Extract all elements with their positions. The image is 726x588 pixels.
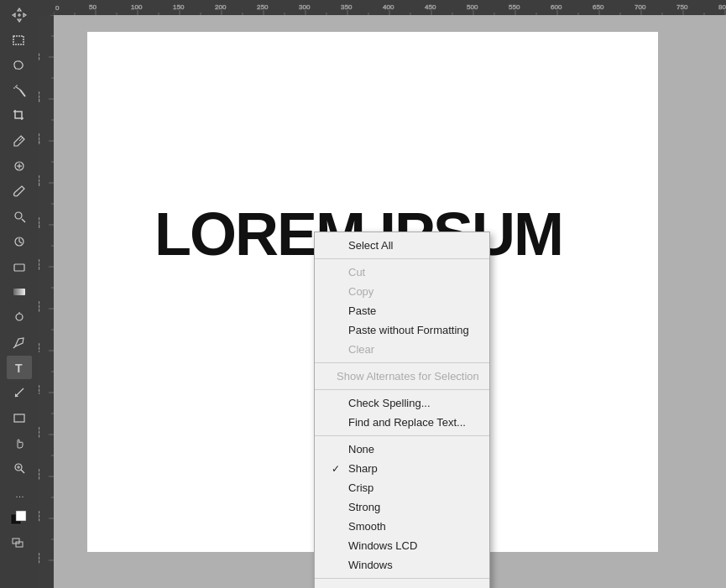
- menu-item-find-replace[interactable]: Find and Replace Text...: [315, 413, 489, 432]
- svg-line-2: [15, 86, 20, 90]
- select-rect-tool[interactable]: [7, 29, 32, 52]
- eyedropper-tool[interactable]: [7, 129, 32, 153]
- main-area: 0 50 100 150 200 250 300 350 400 450 500…: [39, 0, 726, 588]
- svg-line-20: [21, 470, 24, 473]
- heal-tool[interactable]: [7, 154, 32, 178]
- svg-text:650: 650: [593, 3, 604, 11]
- svg-text:700: 700: [635, 3, 646, 11]
- menu-separator-1: [315, 258, 489, 259]
- svg-point-13: [16, 314, 23, 320]
- svg-text:500: 500: [467, 3, 478, 11]
- menu-item-strong[interactable]: Strong: [315, 497, 489, 517]
- svg-text:450: 450: [425, 3, 436, 11]
- context-menu: Select All Cut Copy Paste Paste without …: [314, 232, 490, 588]
- move-tool[interactable]: [7, 3, 32, 27]
- crop-tool[interactable]: [7, 104, 32, 127]
- menu-item-crisp[interactable]: Crisp: [315, 478, 489, 497]
- menu-separator-4: [315, 435, 489, 436]
- svg-rect-25: [16, 511, 26, 521]
- menu-item-paste-no-format[interactable]: Paste without Formatting: [315, 320, 489, 340]
- svg-text:150: 150: [173, 3, 185, 11]
- svg-text:650: 650: [39, 552, 41, 564]
- svg-line-1: [20, 90, 25, 96]
- svg-text:500: 500: [39, 426, 41, 438]
- zoom-tool[interactable]: [7, 456, 32, 480]
- svg-text:250: 250: [257, 3, 269, 11]
- svg-text:800: 800: [718, 3, 726, 11]
- svg-rect-12: [13, 289, 25, 295]
- svg-text:250: 250: [39, 216, 41, 228]
- gradient-tool[interactable]: [7, 280, 32, 304]
- svg-text:350: 350: [39, 300, 41, 312]
- svg-text:600: 600: [39, 510, 41, 522]
- menu-item-show-alternates: Show Alternates for Selection: [315, 367, 489, 386]
- svg-rect-0: [13, 36, 24, 44]
- extra-tool[interactable]: …: [7, 481, 32, 505]
- checkmark-sharp: ✓: [332, 463, 343, 475]
- svg-text:450: 450: [39, 384, 41, 396]
- pen-tool[interactable]: [7, 330, 32, 354]
- menu-item-windows[interactable]: Windows: [315, 555, 489, 575]
- menu-item-clear: Clear: [315, 340, 489, 359]
- svg-text:200: 200: [39, 174, 41, 186]
- ruler-horizontal: 0 50 100 150 200 250 300 350 400 450 500…: [54, 0, 726, 15]
- svg-text:200: 200: [215, 3, 227, 11]
- svg-line-5: [19, 138, 23, 141]
- shape-tool[interactable]: [7, 406, 32, 429]
- menu-separator-2: [315, 362, 489, 363]
- menu-item-none[interactable]: None: [315, 440, 489, 459]
- menu-item-cut: Cut: [315, 263, 489, 282]
- brush-tool[interactable]: [7, 180, 32, 203]
- wand-tool[interactable]: [7, 79, 32, 102]
- menu-item-faux-bold[interactable]: Faux Bold: [315, 582, 489, 588]
- ruler-v-svg: 50 100 150 200 250 300 350 400 450 500 5…: [39, 15, 54, 588]
- menu-item-sharp[interactable]: ✓ Sharp: [315, 459, 489, 478]
- menu-separator-3: [315, 389, 489, 390]
- menu-item-copy: Copy: [315, 282, 489, 301]
- svg-text:50: 50: [89, 3, 97, 11]
- lasso-tool[interactable]: [7, 54, 32, 77]
- svg-point-9: [15, 212, 22, 219]
- canvas-area: LOREM IPSUM Select All Cut Copy Paste: [54, 15, 726, 588]
- svg-text:0: 0: [55, 4, 60, 12]
- path-select-tool[interactable]: [7, 381, 32, 404]
- menu-item-windows-lcd[interactable]: Windows LCD: [315, 536, 489, 555]
- svg-text:100: 100: [39, 91, 41, 102]
- svg-text:550: 550: [509, 3, 520, 11]
- svg-text:150: 150: [39, 133, 41, 144]
- svg-text:400: 400: [383, 3, 394, 11]
- menu-separator-5: [315, 578, 489, 579]
- svg-text:600: 600: [551, 3, 562, 11]
- fg-bg-colors[interactable]: [7, 507, 32, 530]
- ruler-corner: [39, 0, 54, 15]
- history-tool[interactable]: [7, 230, 32, 253]
- ruler-vertical: 50 100 150 200 250 300 350 400 450 500 5…: [39, 15, 54, 588]
- menu-item-paste[interactable]: Paste: [315, 301, 489, 320]
- svg-rect-18: [14, 414, 24, 422]
- ruler-h-svg: 0 50 100 150 200 250 300 350 400 450 500…: [54, 0, 726, 15]
- menu-item-check-spelling[interactable]: Check Spelling...: [315, 393, 489, 413]
- svg-text:750: 750: [676, 3, 688, 11]
- svg-text:100: 100: [131, 3, 143, 11]
- menu-item-smooth[interactable]: Smooth: [315, 517, 489, 536]
- svg-text:50: 50: [39, 53, 41, 60]
- svg-text:550: 550: [39, 468, 41, 480]
- eraser-tool[interactable]: [7, 255, 32, 278]
- svg-text:400: 400: [39, 342, 41, 354]
- svg-text:350: 350: [341, 3, 353, 11]
- text-tool[interactable]: T: [7, 356, 32, 379]
- svg-text:300: 300: [299, 3, 311, 11]
- svg-text:T: T: [15, 362, 23, 375]
- svg-text:300: 300: [39, 258, 41, 270]
- mode-switcher[interactable]: [7, 532, 32, 555]
- clone-tool[interactable]: [7, 205, 32, 228]
- hand-tool[interactable]: [7, 431, 32, 455]
- menu-item-select-all[interactable]: Select All: [315, 236, 489, 255]
- svg-line-15: [13, 346, 15, 348]
- svg-rect-11: [14, 264, 24, 271]
- svg-text:…: …: [15, 489, 24, 499]
- dodge-tool[interactable]: [7, 305, 32, 329]
- toolbar: T …: [0, 0, 39, 588]
